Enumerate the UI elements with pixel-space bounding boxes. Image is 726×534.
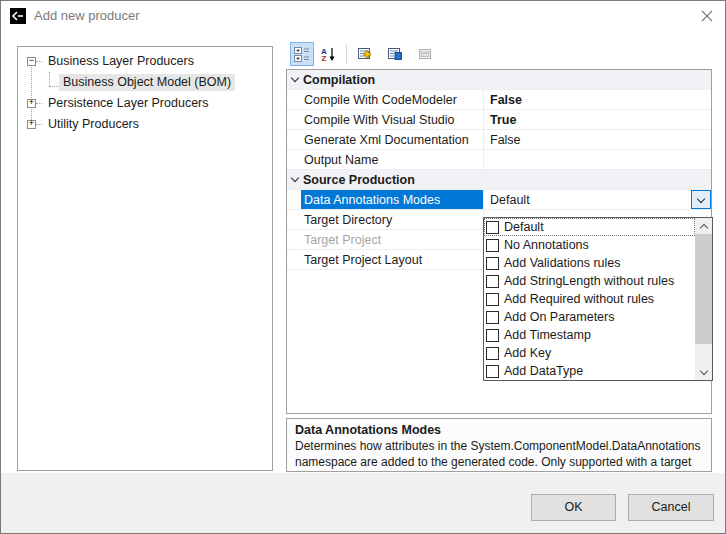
categorized-button[interactable] <box>290 42 314 66</box>
dropdown-item[interactable]: Default <box>484 218 695 236</box>
cancel-button[interactable]: Cancel <box>628 494 714 521</box>
add-property-icon <box>357 46 373 62</box>
tree-item-label[interactable]: Persistence Layer Producers <box>44 95 213 112</box>
property-value-editor[interactable]: Default <box>484 190 711 209</box>
property-row[interactable]: Generate Xml Documentation False <box>287 130 711 150</box>
category-row-source-production[interactable]: Source Production <box>287 170 711 190</box>
chevron-down-icon[interactable] <box>287 78 303 81</box>
tree-connector <box>49 86 59 87</box>
dropdown-item-label[interactable]: Add Validations rules <box>504 256 621 270</box>
checkbox-unchecked[interactable] <box>486 365 499 378</box>
property-name[interactable]: Target Project Layout <box>301 250 484 269</box>
close-icon <box>701 10 713 22</box>
tree-item-utility-producers[interactable]: Utility Producers <box>18 114 272 135</box>
dropdown-item-label[interactable]: Add StringLength without rules <box>504 274 674 288</box>
chevron-down-icon[interactable] <box>287 178 303 181</box>
dropdown-item[interactable]: Add Required without rules <box>484 290 695 308</box>
property-value[interactable]: False <box>484 90 711 109</box>
add-property-button[interactable] <box>353 42 377 66</box>
toolbar-separator <box>346 44 347 64</box>
tree-item-label[interactable]: Business Layer Producers <box>44 53 198 70</box>
dropdown-item[interactable]: Add Key <box>484 344 695 362</box>
alphabetical-sort-button[interactable]: A Z <box>316 42 340 66</box>
data-annotations-dropdown-list: Default No Annotations Add Validations r… <box>483 217 713 381</box>
expand-icon[interactable] <box>27 99 36 108</box>
dropdown-item-label[interactable]: Add DataType <box>504 364 583 378</box>
dropdown-scrollbar[interactable] <box>695 218 712 380</box>
description-title: Data Annotations Modes <box>295 423 703 437</box>
app-icon <box>10 8 26 24</box>
categorized-icon <box>294 46 310 62</box>
ok-button[interactable]: OK <box>531 494 616 521</box>
dropdown-item-label[interactable]: Add On Parameters <box>504 310 614 324</box>
property-name[interactable]: Generate Xml Documentation <box>301 130 484 149</box>
scroll-down-button[interactable] <box>695 364 712 380</box>
checkbox-unchecked[interactable] <box>486 275 499 288</box>
category-label: Source Production <box>303 173 415 187</box>
checkbox-unchecked[interactable] <box>486 257 499 270</box>
scroll-up-button[interactable] <box>695 218 712 234</box>
tree-connector <box>49 72 50 86</box>
property-name[interactable]: Output Name <box>301 150 484 169</box>
dropdown-item-label[interactable]: Add Required without rules <box>504 292 654 306</box>
property-row[interactable]: Output Name <box>287 150 711 170</box>
producer-tree: Business Layer Producers Business Object… <box>17 46 273 471</box>
property-value[interactable]: False <box>484 130 711 149</box>
property-row-selected[interactable]: Data Annotations Modes Default <box>287 190 711 210</box>
scrollbar-thumb[interactable] <box>695 234 712 344</box>
property-value[interactable] <box>484 150 711 169</box>
checkbox-unchecked[interactable] <box>486 329 499 342</box>
tree-item-label[interactable]: Business Object Model (BOM) <box>59 74 235 91</box>
property-value[interactable]: True <box>484 110 711 129</box>
tree-connector <box>31 65 32 124</box>
property-row[interactable]: Compile With Visual Studio True <box>287 110 711 130</box>
property-name: Target Project <box>301 230 484 249</box>
property-sheet-button <box>413 42 437 66</box>
chevron-down-icon <box>697 194 705 202</box>
expand-icon[interactable] <box>27 120 36 129</box>
checkbox-unchecked[interactable] <box>486 221 499 234</box>
property-row[interactable]: Compile With CodeModeler False <box>287 90 711 110</box>
add-new-producer-dialog: Add new producer Business Layer Producer… <box>0 0 726 534</box>
close-button[interactable] <box>691 5 723 27</box>
dropdown-item[interactable]: Add Validations rules <box>484 254 695 272</box>
dropdown-item-label[interactable]: Default <box>504 220 544 234</box>
tree-item-label[interactable]: Utility Producers <box>44 116 143 133</box>
category-row-compilation[interactable]: Compilation <box>287 70 711 90</box>
property-name[interactable]: Compile With CodeModeler <box>301 90 484 109</box>
dropdown-item[interactable]: Add StringLength without rules <box>484 272 695 290</box>
dialog-footer: OK Cancel <box>1 473 726 534</box>
dropdown-item-label[interactable]: No Annotations <box>504 238 589 252</box>
checkbox-unchecked[interactable] <box>486 311 499 324</box>
alphabetical-sort-icon: A Z <box>320 46 336 62</box>
dropdown-item-label[interactable]: Add Timestamp <box>504 328 591 342</box>
tree-item-business-object-model[interactable]: Business Object Model (BOM) <box>18 72 272 93</box>
checkbox-unchecked[interactable] <box>486 293 499 306</box>
tree-item-persistence-layer-producers[interactable]: Persistence Layer Producers <box>18 93 272 114</box>
combo-dropdown-button[interactable] <box>691 190 711 209</box>
property-name[interactable]: Compile With Visual Studio <box>301 110 484 129</box>
chevron-down-icon <box>699 366 707 374</box>
property-name[interactable]: Target Directory <box>301 210 484 229</box>
combo-value[interactable]: Default <box>490 193 530 207</box>
dropdown-item[interactable]: Add On Parameters <box>484 308 695 326</box>
checkbox-unchecked[interactable] <box>486 239 499 252</box>
category-label: Compilation <box>303 73 375 87</box>
property-description-panel: Data Annotations Modes Determines how at… <box>286 418 712 472</box>
title-bar: Add new producer <box>1 1 725 31</box>
dropdown-item-label[interactable]: Add Key <box>504 346 551 360</box>
property-pages-button[interactable] <box>383 42 407 66</box>
property-sheet-icon <box>417 46 433 62</box>
tree-item-business-layer-producers[interactable]: Business Layer Producers <box>18 51 272 72</box>
dropdown-item[interactable]: Add DataType <box>484 362 695 380</box>
chevron-up-icon <box>699 223 707 231</box>
window-title: Add new producer <box>34 8 140 23</box>
property-name[interactable]: Data Annotations Modes <box>301 190 484 209</box>
svg-text:Z: Z <box>322 54 327 62</box>
property-pages-icon <box>387 46 403 62</box>
collapse-icon[interactable] <box>27 57 36 66</box>
dropdown-item[interactable]: Add Timestamp <box>484 326 695 344</box>
checkbox-unchecked[interactable] <box>486 347 499 360</box>
dropdown-item[interactable]: No Annotations <box>484 236 695 254</box>
